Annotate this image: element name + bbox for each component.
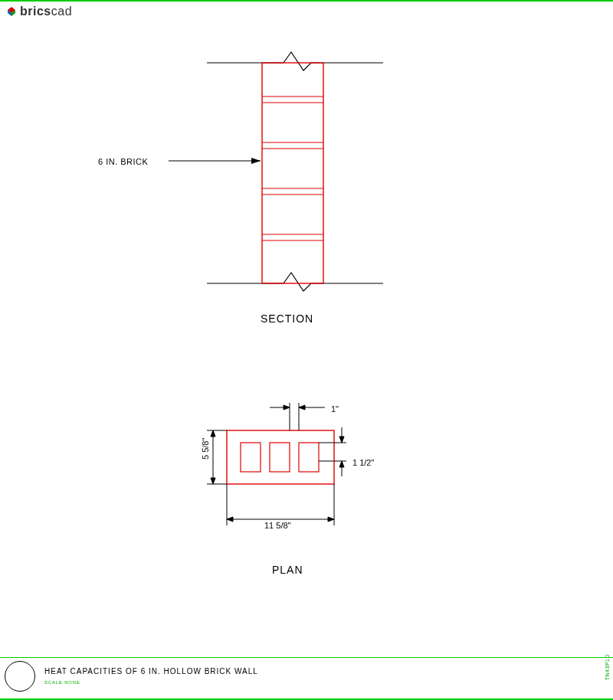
svg-marker-33 [211,430,215,437]
plan-view [207,403,346,525]
drawing-title: HEAT CAPACITIES OF 6 IN. HOLLOW BRICK WA… [44,667,258,675]
svg-marker-29 [339,461,344,467]
title-circle [5,661,35,692]
top-border [0,0,613,2]
brand-text: bricscad [20,5,72,18]
svg-marker-27 [339,437,344,443]
bricscad-logo-icon [6,6,17,17]
svg-marker-23 [299,405,305,410]
svg-marker-13 [251,158,261,164]
svg-rect-16 [270,443,290,472]
title-block: HEAT CAPACITIES OF 6 IN. HOLLOW BRICK WA… [0,657,613,694]
dimension-height: 5 5/8" [201,438,210,460]
svg-marker-39 [328,517,334,522]
svg-rect-14 [227,430,334,484]
svg-rect-3 [262,63,323,283]
svg-rect-15 [241,443,261,472]
svg-marker-21 [284,405,290,410]
header: bricscad [6,5,72,18]
cad-drawing [0,23,613,654]
drawing-canvas [0,23,613,654]
svg-rect-17 [299,443,319,472]
svg-marker-34 [211,478,215,484]
dimension-width: 11 5/8" [264,521,291,530]
svg-marker-38 [227,517,233,522]
plan-caption: PLAN [272,564,303,576]
dimension-1-half-in: 1 1/2" [352,458,374,467]
brick-label: 6 IN. BRICK [98,157,148,166]
dimension-1in: 1" [331,404,339,414]
drawing-scale: SCALE NONE [44,680,258,685]
section-view [169,52,383,291]
section-caption: SECTION [261,312,313,325]
